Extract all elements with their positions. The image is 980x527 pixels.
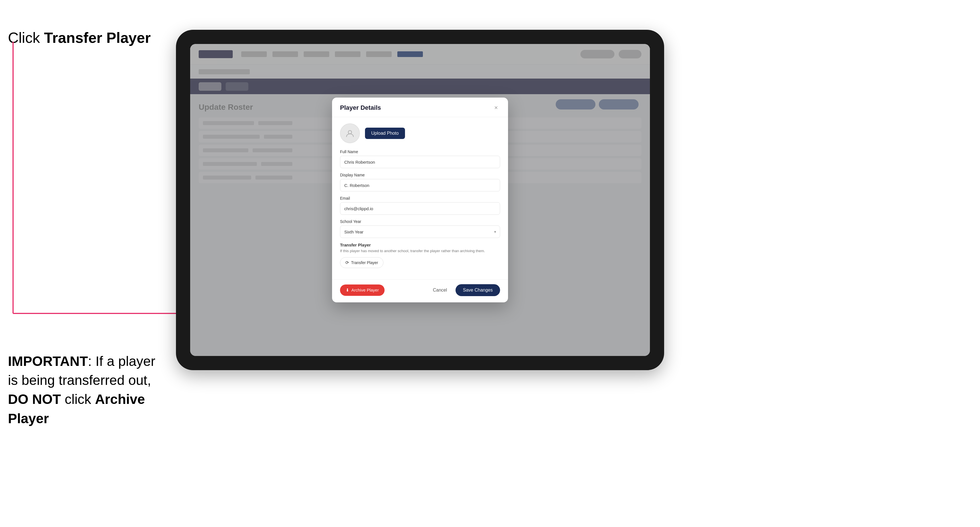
transfer-player-button[interactable]: ⟳ Transfer Player (340, 257, 383, 268)
modal-close-button[interactable]: × (492, 104, 500, 112)
archive-player-button[interactable]: ⬇ Archive Player (340, 284, 385, 296)
school-year-select[interactable]: First Year Second Year Third Year Fourth… (340, 225, 500, 238)
school-year-group: School Year First Year Second Year Third… (340, 219, 500, 238)
photo-section: Upload Photo (340, 123, 500, 143)
display-name-label: Display Name (340, 173, 500, 177)
transfer-section: Transfer Player If this player has moved… (340, 243, 500, 268)
cancel-button[interactable]: Cancel (428, 285, 452, 295)
instruction-bottom-do-not: DO NOT (8, 392, 61, 407)
player-details-modal: Player Details × Upload Photo (332, 98, 508, 302)
display-name-group: Display Name (340, 173, 500, 192)
instruction-top: Click Transfer Player (8, 29, 151, 48)
archive-icon: ⬇ (346, 287, 349, 293)
school-year-select-wrapper: First Year Second Year Third Year Fourth… (340, 225, 500, 238)
modal-overlay: Player Details × Upload Photo (190, 44, 650, 356)
full-name-input[interactable] (340, 156, 500, 168)
full-name-group: Full Name (340, 149, 500, 168)
modal-footer: ⬇ Archive Player Cancel Save Changes (332, 279, 508, 302)
tablet-screen: Update Roster (190, 44, 650, 356)
instruction-bottom-text2: click (61, 392, 95, 407)
full-name-label: Full Name (340, 149, 500, 154)
display-name-input[interactable] (340, 179, 500, 192)
instruction-bottom: IMPORTANT: If a player is being transfer… (8, 352, 167, 428)
instruction-top-prefix: Click (8, 30, 44, 46)
instruction-top-bold: Transfer Player (44, 30, 151, 46)
upload-photo-button[interactable]: Upload Photo (365, 128, 405, 139)
email-label: Email (340, 196, 500, 200)
email-group: Email (340, 196, 500, 215)
avatar (340, 123, 360, 143)
save-changes-button[interactable]: Save Changes (455, 284, 500, 296)
transfer-button-label: Transfer Player (351, 260, 378, 265)
modal-body: Upload Photo Full Name Display Name (332, 117, 508, 279)
tablet-device: Update Roster (176, 30, 664, 370)
transfer-icon: ⟳ (345, 260, 349, 265)
modal-header: Player Details × (332, 98, 508, 117)
transfer-section-description: If this player has moved to another scho… (340, 248, 500, 254)
svg-point-3 (348, 130, 352, 134)
modal-title: Player Details (340, 104, 381, 111)
archive-button-label: Archive Player (352, 287, 379, 292)
email-input[interactable] (340, 202, 500, 215)
instruction-bottom-important: IMPORTANT (8, 354, 88, 369)
school-year-label: School Year (340, 219, 500, 224)
transfer-section-title: Transfer Player (340, 243, 500, 247)
footer-right-actions: Cancel Save Changes (428, 284, 500, 296)
